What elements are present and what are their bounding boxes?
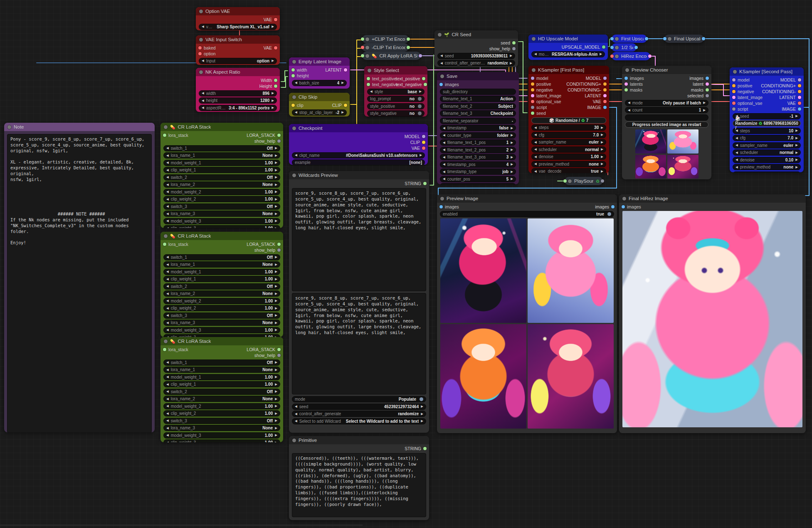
left-arrow-icon[interactable]: ◀ [735, 136, 738, 140]
widget-enabled[interactable]: enabledtrue [440, 211, 614, 217]
right-arrow-icon[interactable]: ▶ [511, 141, 513, 144]
right-arrow-icon[interactable]: ▶ [275, 176, 277, 179]
widget-lora_name_2[interactable]: ◀lora_name_2None▶ [163, 181, 280, 188]
collapse-dot[interactable] [164, 340, 168, 343]
node-header[interactable]: Empty Latent Image [289, 57, 350, 66]
input-images[interactable]: images [622, 204, 641, 209]
right-arrow-icon[interactable]: ▶ [601, 126, 603, 129]
right-arrow-icon[interactable]: ▶ [275, 307, 277, 310]
widget-switch_3[interactable]: ◀switch_3Off▶ [163, 312, 280, 319]
widget-lora_name_3[interactable]: ◀lora_name_3None▶ [163, 425, 280, 431]
left-arrow-icon[interactable]: ◀ [166, 270, 169, 273]
widget-sub_directory[interactable]: sub_directory [440, 89, 516, 95]
right-arrow-icon[interactable]: ▶ [275, 205, 277, 208]
CONDITIONING+-output-dot[interactable] [603, 82, 607, 86]
CLIP-output-dot[interactable] [422, 141, 425, 144]
right-arrow-icon[interactable]: ▶ [275, 299, 277, 302]
show_help-output-dot[interactable] [277, 248, 281, 252]
collapsed-input-dot[interactable] [610, 55, 614, 58]
left-arrow-icon[interactable]: ◀ [166, 219, 169, 223]
input-lora_stack[interactable]: lora_stack [163, 133, 188, 138]
right-arrow-icon[interactable]: ▶ [795, 136, 798, 140]
left-arrow-icon[interactable]: ◀ [166, 314, 169, 317]
collapsed-input-dot[interactable] [610, 37, 614, 40]
widget-filename_text_2[interactable]: filename_text_2Subject [440, 103, 516, 109]
left-arrow-icon[interactable]: ◀ [443, 170, 445, 174]
widget-filename_text_2_pos[interactable]: ◀filename_text_2_pos2▶ [440, 147, 516, 153]
LORA_STACK-output-dot[interactable] [277, 348, 281, 351]
node-header[interactable]: 💊CR Apply LoRA Sta [362, 52, 421, 60]
input-latent_image[interactable]: latent_image [732, 95, 763, 100]
output-latent[interactable]: latent [693, 82, 709, 87]
widget-filename_separator[interactable]: filename_separator- [440, 118, 516, 124]
collapse-dot[interactable] [164, 125, 168, 129]
node-hirez-encode[interactable]: HiRez Encode [612, 52, 650, 60]
output-text_negative[interactable]: text_negative [396, 82, 425, 87]
widget-style_negative[interactable]: style_negativeno [367, 110, 425, 117]
left-arrow-icon[interactable]: ◀ [443, 134, 445, 137]
node-header[interactable]: Primitive [289, 436, 429, 444]
right-arrow-icon[interactable]: ▶ [511, 156, 513, 159]
widget-control_after_generate[interactable]: ◀control_after_generaterandomize▶ [292, 411, 426, 417]
input-clip[interactable]: clip [291, 103, 304, 108]
input-latent_image[interactable]: latent_image [531, 93, 561, 98]
right-arrow-icon[interactable]: ▶ [510, 62, 512, 65]
left-arrow-icon[interactable]: ◀ [628, 101, 630, 104]
right-arrow-icon[interactable]: ▶ [421, 405, 423, 408]
widget-mode[interactable]: modePopulate [292, 396, 426, 402]
widget-lora_name_1[interactable]: ◀lora_name_1None▶ [163, 261, 280, 268]
right-arrow-icon[interactable]: ▶ [275, 263, 277, 266]
widget-clip_weight_3[interactable]: ◀clip_weight_31.00▶ [163, 334, 280, 337]
left-arrow-icon[interactable]: ◀ [443, 126, 445, 130]
widget-clip_weight_1[interactable]: ◀clip_weight_11.00▶ [163, 167, 280, 173]
final-hirez-image-preview[interactable] [622, 211, 802, 427]
widget-switch_1[interactable]: ◀switch_1Off▶ [163, 359, 280, 366]
input-positive[interactable]: positive [531, 82, 551, 87]
preview-image-4[interactable] [528, 324, 614, 429]
node-cr-lora-stack-1[interactable]: 💊CR LoRA Stacklora_stackLORA_STACKshow_h… [160, 123, 283, 228]
widget-preview_method[interactable]: ◀preview_methodnone▶ [733, 164, 801, 170]
widget-vae_n[interactable]: ◀vae_nSharp Spectrum XL_v1.safetensors▶ [199, 24, 277, 30]
Height-output-dot[interactable] [274, 84, 277, 88]
node-header[interactable]: Preview Image [437, 194, 617, 203]
widget-scheduler[interactable]: ◀schedulernormal▶ [733, 149, 801, 156]
widget-model_weight_3[interactable]: ◀model_weight_31.00▶ [163, 327, 280, 333]
output-show_help[interactable]: show_help [254, 353, 281, 358]
toggle-dot[interactable] [607, 212, 611, 216]
collapsed-output-dot[interactable] [601, 179, 604, 183]
MODEL-output-dot[interactable] [603, 77, 607, 80]
output-LORA_STACK[interactable]: LORA_STACK [247, 347, 281, 352]
output-selected[interactable]: selected [687, 93, 709, 98]
output-CONDITIONING+[interactable]: CONDITIONING+ [566, 82, 607, 87]
widget-style[interactable]: ◀stylebase▶ [367, 89, 425, 95]
left-arrow-icon[interactable]: ◀ [166, 146, 169, 150]
output-show_help[interactable]: show_help [254, 139, 281, 144]
widget-model_weight_2[interactable]: ◀model_weight_21.00▶ [163, 298, 280, 304]
right-arrow-icon[interactable]: ▶ [275, 368, 277, 372]
widget-counter_pos[interactable]: ◀counter_pos5▶ [440, 176, 516, 182]
VAE-output-dot[interactable] [798, 102, 801, 105]
left-arrow-icon[interactable]: ◀ [166, 404, 169, 408]
positive-input-dot[interactable] [732, 84, 735, 87]
widget-model_weight_3[interactable]: ◀model_weight_31.00▶ [163, 432, 280, 439]
left-arrow-icon[interactable]: ◀ [370, 90, 373, 93]
STRING-output-dot[interactable] [423, 182, 427, 185]
positive-input-dot[interactable] [531, 82, 534, 86]
left-arrow-icon[interactable]: ◀ [166, 412, 169, 415]
right-arrow-icon[interactable]: ▶ [275, 198, 277, 201]
widget-model_weight_3[interactable]: ◀model_weight_31.00▶ [163, 218, 280, 224]
node-header[interactable]: Clip Skip [289, 93, 350, 101]
widget-steps[interactable]: ◀steps10▶ [733, 128, 801, 134]
script-input-dot[interactable] [732, 107, 735, 111]
left-arrow-icon[interactable]: ◀ [166, 255, 169, 259]
node-save[interactable]: Saveimagessub_directoryfilename_text_1Ac… [437, 72, 519, 184]
collapse-dot[interactable] [199, 38, 203, 42]
output-MODEL[interactable]: MODEL [405, 134, 425, 139]
STRING-output-dot[interactable] [423, 447, 427, 450]
right-arrow-icon[interactable]: ▶ [795, 144, 798, 147]
input-images[interactable]: images [439, 204, 459, 209]
left-arrow-icon[interactable]: ◀ [735, 151, 738, 154]
node-preview-chooser[interactable]: Preview Chooserimagesimageslatentslatent… [622, 66, 711, 179]
left-arrow-icon[interactable]: ◀ [295, 81, 297, 84]
MODEL-output-dot[interactable] [422, 135, 425, 138]
